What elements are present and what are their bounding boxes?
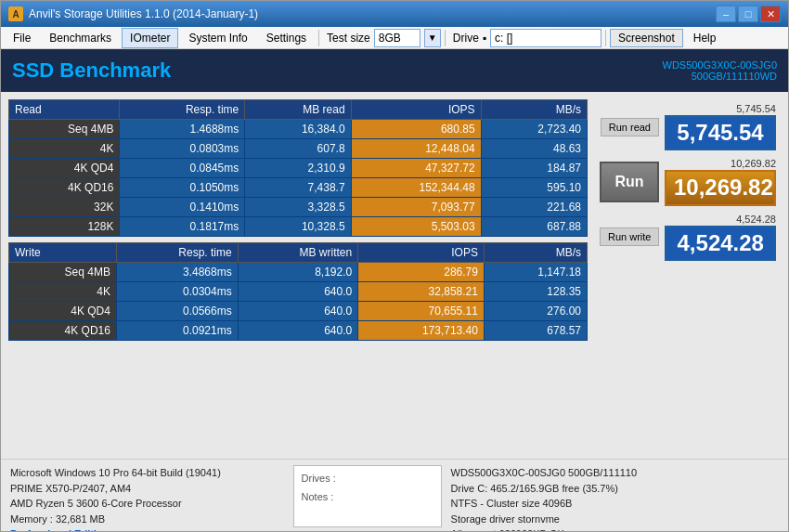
cpu-info: AMD Ryzen 5 3600 6-Core Processor [10, 496, 284, 512]
screenshot-button[interactable]: Screenshot [610, 29, 683, 47]
drive-c: Drive C: 465.2/165.9GB free (35.7%) [451, 481, 779, 497]
alignment-info: Alignment 636928KB OK [451, 526, 779, 532]
read-cell-0-4: 2,723.40 [481, 120, 587, 139]
write-cell-2-1: 0.0566ms [116, 302, 238, 321]
total-score-label: 10,269.82 [665, 158, 776, 169]
drive-select[interactable] [490, 29, 601, 47]
read-score-label: 5,745.54 [665, 103, 776, 114]
footer: Microsoft Windows 10 Pro 64-bit Build (1… [1, 459, 788, 532]
testsize-input[interactable] [374, 29, 420, 47]
system-info: Microsoft Windows 10 Pro 64-bit Build (1… [10, 465, 284, 527]
write-header-col4: MB/s [484, 243, 587, 263]
read-cell-5-3: 5,503.03 [351, 217, 481, 237]
read-score-block: 5,745.54 5,745.54 [665, 103, 776, 150]
write-cell-1-0: 4K [9, 282, 117, 302]
drive-model: WDS500G3X0C-00SJG0 500GB/111110 [451, 465, 779, 481]
read-cell-4-4: 221.68 [481, 198, 587, 217]
write-cell-1-3: 32,858.21 [358, 282, 485, 302]
menu-settings[interactable]: Settings [258, 28, 315, 48]
read-cell-1-1: 0.0803ms [120, 139, 245, 159]
window-controls: – □ ✕ [716, 6, 781, 22]
notes-label: Notes : [302, 488, 433, 507]
total-score-block: 10,269.82 10,269.82 [665, 158, 776, 205]
storage-driver: Storage driver stornvme [451, 512, 779, 527]
notes-box: Drives : Notes : [293, 465, 442, 527]
read-table-row: 4K QD160.1050ms7,438.7152,344.48595.10 [9, 178, 588, 198]
read-cell-1-2: 607.8 [245, 139, 351, 159]
write-header-col2: MB written [238, 243, 358, 263]
write-table-row: 4K QD40.0566ms640.070,655.11276.00 [9, 302, 588, 321]
read-cell-2-2: 2,310.9 [245, 159, 351, 178]
write-table-row: 4K QD160.0921ms640.0173,713.40678.57 [9, 321, 588, 341]
write-cell-3-2: 640.0 [238, 321, 358, 341]
read-cell-2-4: 184.87 [481, 159, 587, 178]
minimize-button[interactable]: – [716, 6, 736, 22]
write-score-row: Run write 4,524.28 4,524.28 [600, 214, 776, 261]
read-score-row: Run read 5,745.54 5,745.54 [600, 103, 776, 150]
read-cell-4-1: 0.1410ms [120, 198, 245, 217]
read-header-col2: MB read [245, 100, 351, 120]
write-cell-1-4: 128.35 [484, 282, 587, 302]
read-header-col3: IOPS [351, 100, 481, 120]
read-cell-3-3: 152,344.48 [351, 178, 481, 198]
write-cell-3-1: 0.0921ms [116, 321, 238, 341]
benchmark-table: Read Resp. time MB read IOPS MB/s Seq 4M… [8, 99, 588, 451]
write-header-col3: IOPS [358, 243, 485, 263]
read-cell-1-4: 48.63 [481, 139, 587, 159]
read-cell-3-2: 7,438.7 [245, 178, 351, 198]
read-header-col4: MB/s [481, 100, 587, 120]
read-table-row: 4K QD40.0845ms2,310.947,327.72184.87 [9, 159, 588, 178]
side-panel: Run read 5,745.54 5,745.54 Run 10,269.82… [595, 99, 781, 451]
window-title: Anvil's Storage Utilities 1.1.0 (2014-Ja… [29, 7, 716, 20]
read-table: Read Resp. time MB read IOPS MB/s Seq 4M… [8, 99, 588, 237]
write-cell-0-2: 8,192.0 [238, 263, 358, 282]
ntfs-info: NTFS - Cluster size 4096B [451, 496, 779, 512]
write-table-row: Seq 4MB3.4868ms8,192.0286.791,147.18 [9, 263, 588, 282]
menu-benchmarks[interactable]: Benchmarks [41, 28, 120, 48]
read-cell-2-1: 0.0845ms [120, 159, 245, 178]
read-cell-4-2: 3,328.5 [245, 198, 351, 217]
menu-help[interactable]: Help [685, 28, 725, 48]
read-cell-2-0: 4K QD4 [9, 159, 120, 178]
os-info: Microsoft Windows 10 Pro 64-bit Build (1… [10, 465, 284, 481]
read-header-col0: Read [9, 100, 120, 120]
run-read-button[interactable]: Run read [601, 118, 659, 136]
drive-info-line1: WDS500G3X0C-00SJG0 [663, 59, 778, 71]
read-cell-0-1: 1.4688ms [120, 120, 245, 139]
write-cell-2-3: 70,655.11 [358, 302, 485, 321]
menu-bar: File Benchmarks IOmeter System Info Sett… [1, 27, 788, 49]
app-icon: A [8, 6, 23, 21]
drive-icon: ▪ [483, 32, 486, 45]
write-cell-2-0: 4K QD4 [9, 302, 117, 321]
drive-details: WDS500G3X0C-00SJG0 500GB/111110 Drive C:… [451, 465, 779, 527]
read-cell-0-2: 16,384.0 [245, 120, 351, 139]
menu-systeminfo[interactable]: System Info [180, 28, 255, 48]
maximize-button[interactable]: □ [738, 6, 758, 22]
close-button[interactable]: ✕ [760, 6, 781, 22]
app-title: SSD Benchmark [12, 58, 171, 83]
main-content: Read Resp. time MB read IOPS MB/s Seq 4M… [1, 92, 788, 459]
run-button[interactable]: Run [600, 162, 659, 202]
write-cell-0-4: 1,147.18 [484, 263, 587, 282]
testsize-dropdown[interactable]: ▼ [424, 29, 441, 47]
memory-info: Memory : 32,681 MB [10, 512, 284, 527]
read-cell-4-0: 32K [9, 198, 120, 217]
write-score-block: 4,524.28 4,524.28 [665, 214, 776, 261]
menu-file[interactable]: File [5, 28, 39, 48]
app-header: SSD Benchmark WDS500G3X0C-00SJG0 500GB/1… [1, 49, 788, 92]
read-table-row: 128K0.1817ms10,328.55,503.03687.88 [9, 217, 588, 237]
separator [318, 30, 319, 46]
write-cell-2-2: 640.0 [238, 302, 358, 321]
run-write-button[interactable]: Run write [600, 227, 659, 246]
read-cell-3-4: 595.10 [481, 178, 587, 198]
separator3 [605, 30, 606, 46]
read-table-row: 4K0.0803ms607.812,448.0448.63 [9, 139, 588, 159]
read-cell-0-3: 680.85 [351, 120, 481, 139]
write-score-label: 4,524.28 [665, 214, 776, 225]
edition-label: Professional Edition [10, 526, 284, 532]
drives-label: Drives : [302, 470, 433, 488]
write-cell-2-4: 276.00 [484, 302, 587, 321]
write-cell-1-1: 0.0304ms [116, 282, 238, 302]
read-cell-1-0: 4K [9, 139, 120, 159]
menu-iometer[interactable]: IOmeter [122, 28, 178, 48]
